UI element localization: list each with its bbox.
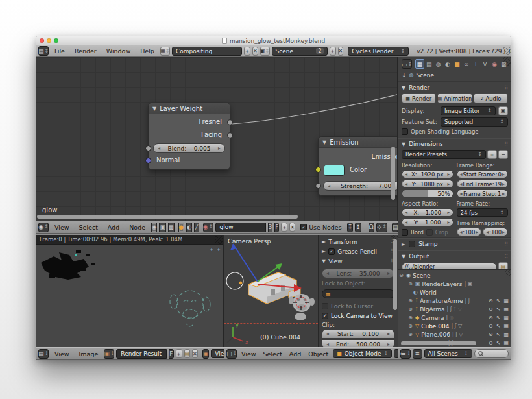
resolution-x-field[interactable]: ◂X:1920 px▸ [402, 170, 453, 178]
collapse-triangle-icon[interactable]: ▼ [402, 141, 405, 147]
image-editor[interactable]: Frame:0 | Time:00:02.96 | Mem:0.49M, Pea… [36, 235, 224, 347]
close-traffic-light[interactable] [40, 38, 44, 43]
outliner-row-bigarma[interactable]: ⊕ ⊺ BigArma | ʃ ⊺ ▽ ⊙↖▦ [398, 305, 511, 313]
layer-weight-node[interactable]: ▼ Layer Weight Fresnel Facing ◂ Blend: 0… [148, 103, 230, 170]
grease-pencil-checkbox[interactable]: ✓ [328, 248, 335, 255]
snap-magnet-button[interactable]: Ω [369, 223, 374, 232]
region-expand-icon[interactable]: ＋ [216, 246, 221, 253]
render-toggle-icon[interactable]: ▦ [503, 306, 509, 312]
menu-window[interactable]: Window [103, 47, 134, 54]
open-image-button[interactable]: ▤ [184, 349, 191, 358]
tab-scene[interactable]: ◍ [434, 59, 442, 69]
render-panel-header[interactable]: ▼ Render⠿ [402, 83, 508, 92]
world-shader-button[interactable]: ◐ [186, 223, 192, 232]
properties-editor[interactable]: ▭↕ ▦ ▤ ◍ ◐ ■ ∞ ⊥ ∇ ◉ ▩ ↧ ◍ Scene ▼ Rende… [398, 57, 511, 269]
stepper-left-arrow[interactable]: ◂ [158, 145, 160, 151]
lock-camera-checkbox[interactable]: ✓ [322, 313, 328, 319]
stamp-panel-header[interactable]: ► Stamp⠿ [402, 239, 508, 248]
transform-panel-header[interactable]: ► Transform⠿ [322, 237, 394, 247]
grease-pencil-panel-header[interactable]: ► ✓ Grease Pencil⠿ [322, 247, 394, 256]
panel-grip-icon[interactable]: ⠿ [504, 241, 508, 247]
render-engine-select[interactable]: Cycles Render↕ [348, 47, 409, 56]
material-browse-button[interactable]: ◉↕ [203, 223, 213, 232]
collapse-icon[interactable]: ⊖ [398, 272, 404, 278]
panel-grip-icon[interactable]: ⠿ [504, 85, 508, 91]
osl-checkbox[interactable] [402, 128, 408, 135]
tab-material[interactable]: ◉ [490, 59, 498, 69]
panel-grip-icon[interactable]: ⠿ [504, 141, 508, 147]
use-nodes-checkbox[interactable]: ✓ [300, 224, 307, 230]
node-menu-add[interactable]: Add [104, 224, 123, 231]
outliner[interactable]: ⊖ ◉ Scene ⊕ ▣ RenderLayers | ▣ ◐ World ⊕… [398, 269, 511, 347]
render-presets-select[interactable]: Render Presets↕ [402, 150, 486, 159]
resize-grip[interactable] [503, 47, 511, 55]
node-editor-horizontal-scrollbar[interactable] [37, 215, 298, 219]
render-button[interactable]: ▦Render [402, 93, 436, 103]
scene-icon-button[interactable]: ▣↕ [260, 47, 270, 56]
expand-triangle-icon[interactable]: ► [322, 248, 326, 254]
tab-render[interactable]: ▦ [415, 59, 424, 69]
aspect-y-field[interactable]: ◂Y:1.000▸ [402, 218, 453, 226]
add-preset-button[interactable]: ＋ [487, 150, 497, 159]
outliner-display-mode-select[interactable]: All Scenes↕ [424, 349, 472, 358]
users-count-button[interactable]: 3 [268, 223, 273, 232]
editor-type-outliner-button[interactable]: ≔↕ [400, 349, 411, 359]
unlink-image-button[interactable]: ✕ [192, 349, 198, 358]
editor-type-image-button[interactable]: ▤↕ [38, 349, 49, 359]
layer-weight-node-header[interactable]: ▼ Layer Weight [149, 103, 230, 114]
stepper-left-arrow[interactable]: ◂ [328, 183, 330, 189]
selectable-toggle-icon[interactable]: ↖ [496, 298, 501, 304]
tab-modifiers[interactable]: ⊥ [471, 59, 479, 69]
aspect-x-field[interactable]: ◂X:1.000▸ [402, 208, 453, 217]
display-select[interactable]: Image Editor↕ [441, 106, 496, 115]
folder-icon[interactable]: ▤ [498, 262, 508, 269]
scene-users-badge[interactable]: 2 [316, 48, 323, 54]
resize-grip[interactable] [215, 236, 223, 244]
strength-input-socket[interactable] [315, 183, 321, 189]
collapse-triangle-icon[interactable]: ▼ [402, 85, 405, 91]
expand-triangle-icon[interactable]: ► [322, 239, 326, 245]
zoom-traffic-light[interactable] [54, 38, 58, 43]
expand-icon[interactable]: ⊕ [407, 315, 413, 320]
resolution-percentage-slider[interactable]: 50% [402, 189, 453, 198]
view3d-menu-select[interactable]: Select [261, 350, 285, 357]
strength-slider[interactable]: ◂ Strength: 7.000 [323, 181, 398, 191]
snap-mode-select[interactable]: ⊹↕ [376, 223, 387, 232]
render-toggle-icon[interactable]: ▦ [503, 315, 509, 320]
stamp-checkbox[interactable] [409, 241, 415, 247]
expand-icon[interactable]: ⊕ [407, 281, 413, 287]
output-path-field[interactable]: //../blender_ [402, 263, 497, 270]
image-menu-image[interactable]: Image [75, 350, 103, 357]
selectable-toggle-icon[interactable]: ↖ [496, 306, 501, 312]
panel-grip-icon[interactable]: ⠿ [504, 254, 508, 260]
lock-object-field[interactable]: ▦ [322, 289, 394, 298]
normal-input-socket[interactable] [145, 158, 151, 163]
hide-toggle-eye-icon[interactable]: ⊙ [489, 306, 493, 312]
node-menu-node[interactable]: Node [125, 224, 149, 231]
go-to-parent-tree-button[interactable]: ↥ [355, 223, 361, 232]
image-name-field[interactable]: Render Result [116, 349, 167, 359]
new-material-button[interactable]: ＋ [281, 223, 287, 232]
emission-color-swatch[interactable] [324, 165, 345, 176]
remap-old-field[interactable]: ◂:100▸ [457, 228, 482, 236]
screen-layout-icon-button[interactable]: ▦↕ [160, 47, 170, 56]
border-checkbox[interactable] [402, 229, 408, 236]
view3d-menu-object[interactable]: Object [306, 350, 331, 357]
hide-toggle-eye-icon[interactable]: ⊙ [489, 298, 493, 304]
scene-select[interactable]: Scene2 [272, 47, 328, 56]
copy-nodes-button[interactable]: ▤ [392, 223, 398, 232]
lock-to-cursor-checkbox[interactable] [322, 303, 328, 309]
view3d-menu-add[interactable]: Add [287, 350, 304, 357]
mode-select[interactable]: ■Object Mode↕ [333, 349, 392, 358]
texture-tree-type-button[interactable]: ▩ [168, 223, 175, 232]
linestyle-shader-button[interactable]: ╱ [194, 223, 199, 232]
facing-output-socket[interactable] [227, 132, 233, 138]
minimize-traffic-light[interactable] [47, 38, 51, 43]
delete-scene-button[interactable]: ✕ [338, 47, 344, 56]
region-expand-icon[interactable]: ＋ [209, 246, 214, 253]
node-editor[interactable]: ▼ Layer Weight Fresnel Facing ◂ Blend: 0… [36, 57, 398, 221]
node-tree-name-field[interactable]: glow [215, 223, 266, 232]
outliner-row-world[interactable]: ◐ World [398, 288, 511, 296]
viewport-n-panel[interactable]: ► Transform⠿ ► ✓ Grease Pencil⠿ ▼ View⠿ … [318, 235, 398, 347]
lens-slider[interactable]: ◂Lens:35.000▸ [322, 269, 394, 278]
